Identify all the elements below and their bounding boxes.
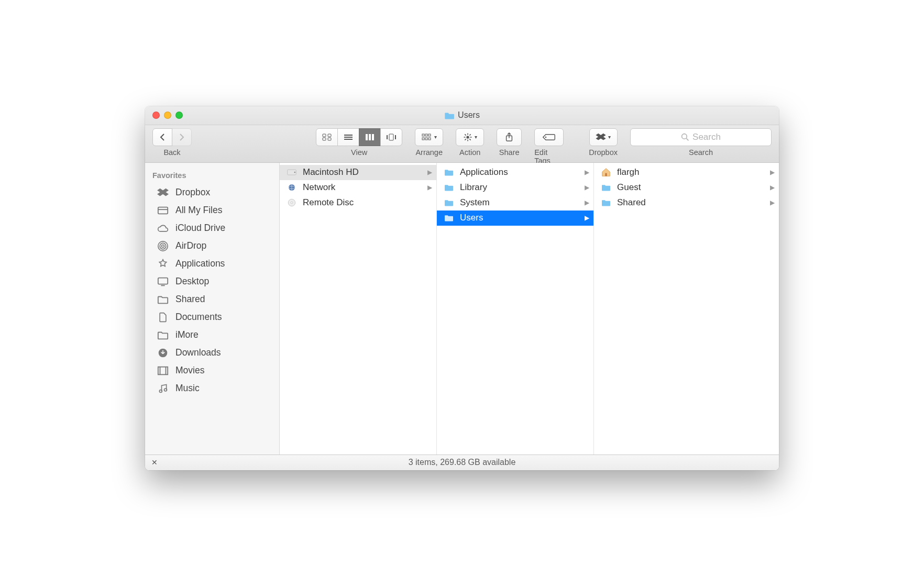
toolbar-share-group: Share [497,128,522,157]
sidebar-item[interactable]: iMore [145,326,279,344]
svg-rect-15 [428,134,431,136]
column-row[interactable]: Network ▶ [280,180,436,195]
search-label: Search [689,148,713,157]
svg-point-47 [294,172,296,173]
column: Macintosh HD ▶ Network ▶ Remote Disc [280,163,437,455]
sidebar-item[interactable]: Dropbox [145,184,279,202]
svg-rect-7 [366,134,368,140]
svg-line-32 [686,138,688,140]
toolbar: Back View ▾ [145,125,779,163]
chevron-right-icon: ▶ [770,169,775,176]
chevron-right-icon: ▶ [427,184,432,191]
column-row[interactable]: System ▶ [437,195,593,211]
sidebar-item[interactable]: Movies [145,362,279,380]
sidebar-item-label: Shared [175,294,205,305]
svg-rect-1 [328,134,331,137]
minimize-window-button[interactable] [164,112,171,119]
sidebar-item[interactable]: Downloads [145,344,279,362]
finder-window: Users Back [145,106,779,470]
sidebar-item-label: Desktop [175,276,209,287]
svg-line-25 [469,139,470,140]
arrange-label: Arrange [415,148,443,157]
chevron-down-icon: ▾ [608,134,611,140]
search-icon [681,133,689,141]
sidebar-item-label: Movies [175,365,204,376]
sidebar-item[interactable]: iCloud Drive [145,219,279,237]
svg-rect-38 [158,278,168,284]
sidebar-item[interactable]: Applications [145,255,279,273]
status-bar: ✕ 3 items, 269.68 GB available [145,455,779,470]
toolbar-tags-group: Edit Tags [534,128,564,165]
folder-blue-icon [443,198,455,207]
path-button[interactable]: ✕ [151,458,158,467]
row-label: flargh [617,167,640,178]
row-label: Library [460,182,487,193]
sidebar-item-label: Documents [175,312,222,323]
home-icon [600,168,612,177]
back-label: Back [163,148,180,157]
arrange-button[interactable]: ▾ [415,128,443,146]
sidebar-item-label: Music [175,383,200,394]
svg-rect-13 [422,134,424,136]
sidebar-item[interactable]: Music [145,380,279,397]
column-row[interactable]: Shared ▶ [594,195,779,211]
dropbox-button[interactable]: ▾ [589,128,618,146]
dropbox-icon [157,187,169,198]
column-row[interactable]: Macintosh HD ▶ [280,165,436,180]
view-list-button[interactable] [337,128,359,146]
svg-rect-17 [425,138,427,140]
column-row[interactable]: Remote Disc [280,195,436,211]
column: flargh ▶ Guest ▶ Shared ▶ [594,163,779,455]
view-coverflow-button[interactable] [380,128,402,146]
sidebar-item[interactable]: Documents [145,308,279,326]
sidebar-item-label: iCloud Drive [175,223,225,234]
sidebar-item[interactable]: Shared [145,291,279,308]
sidebar: Favorites Dropbox All My Files iCloud Dr… [145,163,280,455]
sidebar-item-label: All My Files [175,205,222,216]
close-window-button[interactable] [152,112,160,119]
zoom-window-button[interactable] [175,112,183,119]
toolbar-dropbox-group: ▾ Dropbox [589,128,618,157]
chevron-down-icon: ▾ [475,134,477,140]
sidebar-item[interactable]: All My Files [145,202,279,219]
column-view: Macintosh HD ▶ Network ▶ Remote Disc App… [280,163,779,455]
svg-point-44 [159,390,162,392]
toolbar-back-group: Back [152,128,192,157]
folder-blue-icon [443,168,455,177]
edit-tags-button[interactable] [534,128,564,146]
window-controls [152,112,183,119]
sidebar-item[interactable]: AirDrop [145,237,279,255]
toolbar-action-group: ▾ Action [456,128,484,157]
sidebar-item-label: Dropbox [175,187,210,198]
window-title-text: Users [458,110,480,120]
column-row[interactable]: flargh ▶ [594,165,779,180]
view-label: View [351,148,367,157]
column-row[interactable]: Applications ▶ [437,165,593,180]
svg-rect-53 [605,173,607,176]
view-icons-button[interactable] [316,128,338,146]
folder-icon [444,112,454,119]
column-row[interactable]: Guest ▶ [594,180,779,195]
column-row[interactable]: Users ▶ [437,211,593,226]
action-button[interactable]: ▾ [456,128,484,146]
airdrop-icon [157,240,169,252]
chevron-right-icon: ▶ [770,184,775,191]
row-label: Remote Disc [303,197,354,208]
share-button[interactable] [497,128,522,146]
documents-icon [157,312,169,323]
svg-point-35 [162,245,164,247]
svg-rect-10 [389,134,393,140]
back-button[interactable] [152,128,172,146]
sidebar-item-label: Applications [175,258,225,269]
view-columns-button[interactable] [359,128,381,146]
chevron-right-icon: ▶ [585,184,589,191]
sidebar-item-label: Downloads [175,347,221,358]
downloads-icon [157,347,169,359]
svg-point-52 [291,202,293,204]
sidebar-item[interactable]: Desktop [145,273,279,291]
column-row[interactable]: Library ▶ [437,180,593,195]
forward-button[interactable] [172,128,192,146]
content-area: Favorites Dropbox All My Files iCloud Dr… [145,163,779,455]
search-input[interactable]: Search [630,128,772,146]
status-text: 3 items, 269.68 GB available [409,458,516,467]
